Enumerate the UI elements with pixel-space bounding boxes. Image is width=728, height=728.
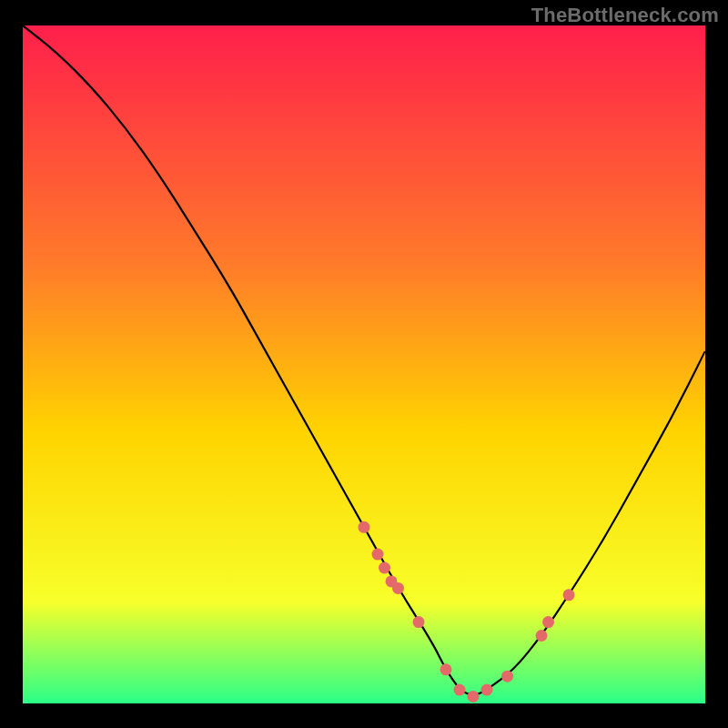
chart-svg: [23, 25, 705, 703]
data-point: [379, 562, 390, 574]
chart-plot-area: [23, 25, 705, 703]
data-point: [413, 616, 425, 628]
data-point: [536, 630, 548, 642]
data-point: [481, 684, 493, 696]
data-point: [440, 663, 452, 675]
data-point: [542, 616, 554, 628]
data-point: [563, 589, 575, 601]
chart-outer-frame: TheBottleneck.com: [0, 0, 728, 728]
data-point: [468, 691, 480, 703]
attribution-text: TheBottleneck.com: [531, 4, 719, 27]
data-point: [359, 521, 370, 533]
data-point: [454, 684, 466, 696]
data-point: [501, 671, 513, 682]
data-point: [372, 549, 384, 561]
data-point: [392, 582, 404, 594]
